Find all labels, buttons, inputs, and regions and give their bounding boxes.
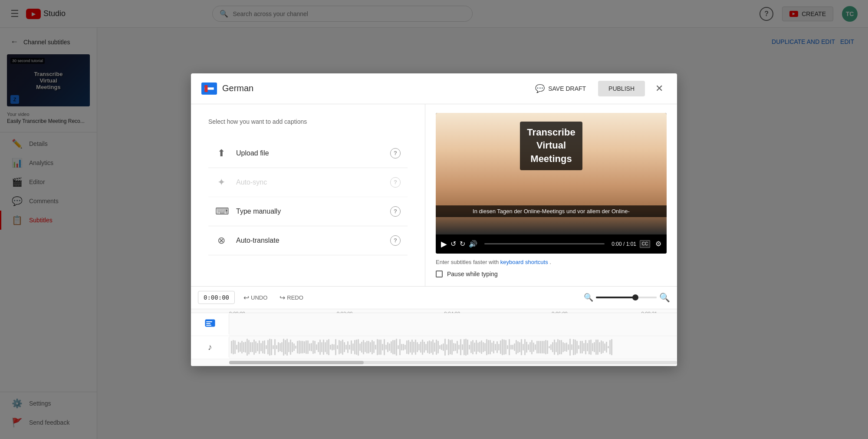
dialog-header: German 💬 SAVE DRAFT PUBLISH ✕ (191, 73, 677, 104)
type-manually-left: ⌨ Type manually (215, 206, 281, 217)
audio-track-label: ♪ (191, 337, 229, 357)
keyboard-icon: ⌨ (215, 206, 227, 217)
zoom-slider-thumb[interactable] (632, 294, 638, 300)
close-button[interactable]: ✕ (652, 81, 667, 96)
caption-dialog: German 💬 SAVE DRAFT PUBLISH ✕ Select how… (191, 73, 677, 366)
video-content: Transcribe Virtual Meetings In diesen Ta… (436, 113, 667, 234)
undo-button[interactable]: ↩ UNDO (240, 291, 271, 304)
type-manually-option[interactable]: ⌨ Type manually ? (208, 197, 408, 226)
type-manually-help-icon[interactable]: ? (390, 206, 401, 217)
auto-sync-icon: ✦ (215, 177, 227, 188)
upload-icon: ⬆ (215, 148, 227, 159)
redo-button[interactable]: ↪ REDO (276, 291, 307, 304)
pause-typing-checkbox[interactable] (436, 271, 443, 277)
undo-label: UNDO (251, 294, 267, 301)
timeline-scrollbar-container (191, 359, 677, 366)
caption-options-subtitle: Select how you want to add captions (208, 118, 408, 125)
timeline-toolbar: 0:00:00 ↩ UNDO ↪ REDO 🔍 (191, 287, 677, 309)
dialog-body: Select how you want to add captions ⬆ Up… (191, 104, 677, 286)
play-button[interactable]: ▶ (441, 239, 447, 249)
zoom-slider-track (596, 297, 657, 298)
dialog-title: German (222, 83, 253, 93)
svg-rect-5 (206, 323, 210, 324)
save-draft-button[interactable]: 💬 SAVE DRAFT (530, 80, 591, 97)
subtitle-track-label (191, 314, 229, 334)
music-note-icon: ♪ (208, 342, 212, 352)
auto-translate-label: Auto-translate (236, 237, 279, 244)
video-controls: ▶ ↺ ↻ 🔊 0:00 / 1:01 CC (436, 234, 667, 254)
timeline-ruler: 0:00:00 0:02:00 0:04:00 0:06:00 0:08:21 (191, 309, 677, 313)
timeline-scrollbar[interactable] (229, 361, 677, 364)
type-manually-label: Type manually (236, 208, 281, 215)
video-settings-button[interactable]: ⚙ (655, 240, 661, 248)
cc-button[interactable]: CC (640, 240, 650, 248)
video-title-overlay: Transcribe Virtual Meetings (520, 122, 582, 170)
upload-file-option[interactable]: ⬆ Upload file ? (208, 139, 408, 168)
audio-track-content (229, 336, 677, 359)
modal-overlay: German 💬 SAVE DRAFT PUBLISH ✕ Select how… (0, 0, 868, 439)
svg-rect-6 (206, 325, 211, 326)
auto-sync-option: ✦ Auto-sync ? (208, 168, 408, 197)
keyboard-shortcuts-hint: Enter subtitles faster with keyboard sho… (436, 259, 667, 265)
pause-typing-row: Pause while typing (436, 271, 667, 277)
timeline: 0:00:00 ↩ UNDO ↪ REDO 🔍 (191, 286, 677, 366)
undo-icon: ↩ (243, 294, 249, 302)
auto-translate-help-icon[interactable]: ? (390, 235, 401, 246)
fast-forward-button[interactable]: ↻ (460, 240, 465, 248)
keyboard-shortcuts-link[interactable]: keyboard shortcuts (500, 259, 548, 265)
auto-translate-option[interactable]: ⊗ Auto-translate ? (208, 226, 408, 255)
audio-waveform (229, 336, 677, 359)
language-icon (201, 83, 217, 95)
zoom-in-icon[interactable]: 🔍 (659, 292, 670, 303)
scrollbar-thumb[interactable] (229, 361, 364, 364)
audio-track: ♪ (191, 336, 677, 359)
dialog-header-left: German (201, 83, 253, 95)
dialog-header-right: 💬 SAVE DRAFT PUBLISH ✕ (530, 80, 667, 97)
auto-sync-label: Auto-sync (236, 178, 267, 186)
svg-rect-4 (206, 321, 212, 322)
timecode-display[interactable]: 0:00:00 (198, 291, 235, 304)
rewind-button[interactable]: ↺ (450, 240, 456, 248)
timeline-zoom: 🔍 🔍 (584, 292, 670, 303)
translate-icon: ⊗ (215, 235, 227, 246)
zoom-out-icon[interactable]: 🔍 (584, 293, 593, 302)
auto-sync-help-icon: ? (390, 177, 401, 188)
volume-button[interactable]: 🔊 (469, 240, 477, 248)
upload-help-icon[interactable]: ? (390, 148, 401, 158)
page-background: ☰ Studio 🔍 ? CREATE TC ← Channel subtitl… (0, 0, 868, 439)
subtitle-track-content (229, 313, 677, 336)
zoom-slider[interactable] (596, 297, 657, 298)
upload-file-label: Upload file (236, 149, 269, 157)
video-time: 0:00 / 1:01 (612, 241, 636, 247)
auto-sync-left: ✦ Auto-sync (215, 177, 267, 188)
svg-rect-2 (204, 85, 207, 92)
save-draft-label: SAVE DRAFT (548, 85, 586, 92)
publish-button[interactable]: PUBLISH (598, 81, 645, 96)
auto-translate-left: ⊗ Auto-translate (215, 235, 279, 246)
pause-typing-label: Pause while typing (447, 271, 498, 277)
upload-file-left: ⬆ Upload file (215, 148, 269, 159)
zoom-slider-fill (596, 297, 635, 298)
redo-icon: ↪ (279, 294, 285, 302)
video-player: Transcribe Virtual Meetings In diesen Ta… (436, 113, 667, 254)
subtitle-track (191, 313, 677, 336)
video-subtitle-bar: In diesen Tagen der Online-Meetings und … (436, 205, 667, 217)
video-progress-bar[interactable] (484, 243, 605, 244)
video-preview-panel: Transcribe Virtual Meetings In diesen Ta… (425, 104, 677, 286)
subtitle-track-icon (205, 319, 215, 329)
save-draft-icon: 💬 (535, 84, 545, 93)
caption-options-panel: Select how you want to add captions ⬆ Up… (191, 104, 425, 286)
redo-label: REDO (287, 294, 303, 301)
